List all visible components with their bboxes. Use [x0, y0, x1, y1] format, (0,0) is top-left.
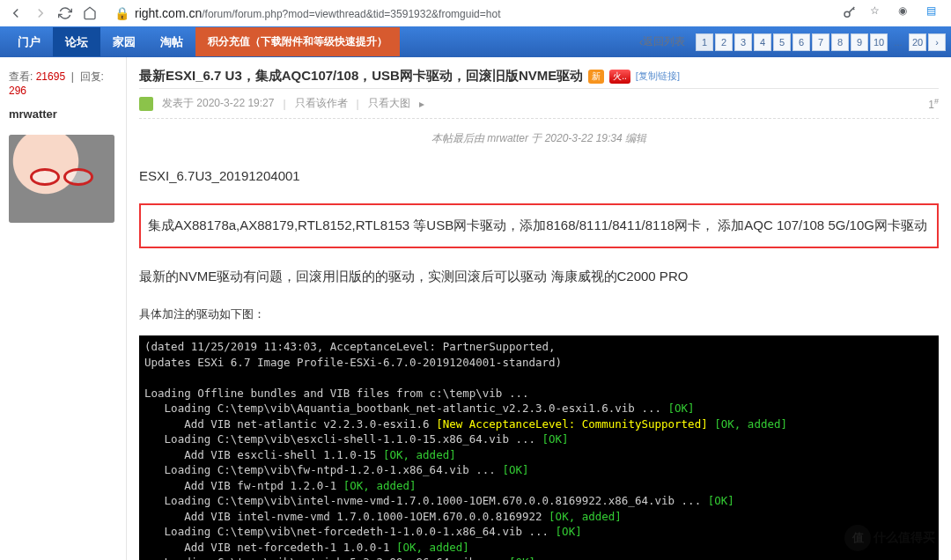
badge-new: 新 — [588, 70, 604, 84]
key-icon[interactable] — [842, 4, 859, 22]
url-text: right.com.cn/forum/forum.php?mod=viewthr… — [135, 6, 500, 20]
post-line-1: ESXI_6.7U3_20191204001 — [139, 164, 939, 188]
post-body: ESXI_6.7U3_20191204001 集成AX88178a,AX8817… — [139, 158, 939, 560]
page-8[interactable]: 8 — [831, 33, 849, 51]
page-9[interactable]: 9 — [851, 33, 868, 51]
highlight-box: 集成AX88178a,AX88179,RTL8152,RTL8153 等USB网… — [139, 203, 939, 248]
dropdown-icon[interactable]: ▸ — [419, 98, 424, 110]
nav-forward-button[interactable] — [32, 4, 49, 22]
watermark-icon: 值 — [844, 525, 871, 551]
bookmark-icon[interactable]: ☆ — [870, 4, 888, 22]
lock-icon: 🔒 — [114, 6, 129, 20]
copy-link[interactable]: [复制链接] — [636, 70, 680, 83]
pagination: 1 2 3 4 5 6 7 8 9 10 ... 20 › — [694, 33, 951, 51]
page-next[interactable]: › — [928, 33, 946, 51]
posted-time: 发表于 2020-3-22 19:27 — [162, 96, 274, 111]
thread-stats: 查看: 21695 | 回复: 296 — [9, 64, 117, 102]
page-4[interactable]: 4 — [754, 33, 771, 51]
page-1[interactable]: 1 — [696, 33, 713, 51]
app-icon[interactable]: ▤ — [926, 4, 944, 22]
nav-tao[interactable]: 淘帖 — [148, 27, 195, 56]
post-main: 最新ESXI_6.7 U3，集成AQC107/108，USB网卡驱动，回滚旧版N… — [127, 57, 951, 560]
nav-back-button[interactable] — [7, 4, 25, 22]
forum-nav: 门户 论坛 家园 淘帖 积分充值（下载附件和等级快速提升） ‹ 返回列表 1 2… — [0, 26, 951, 57]
browser-toolbar: 🔒 right.com.cn/forum/forum.php?mod=viewt… — [0, 0, 951, 26]
floor-number: 1# — [928, 97, 939, 111]
svg-point-0 — [844, 11, 850, 17]
sidebar: 查看: 21695 | 回复: 296 mrwatter — [0, 57, 127, 560]
badge-hot: 火.. — [609, 70, 630, 84]
post-line-2: 最新的NVME驱动有问题，回滚用旧版的的驱动，实测回滚后可以驱动 海康威视的C2… — [139, 264, 939, 290]
page-6[interactable]: 6 — [792, 33, 810, 51]
credit-link[interactable]: 积分充值（下载附件和等级快速提升） — [195, 27, 400, 56]
page-3[interactable]: 3 — [734, 33, 752, 51]
author-name[interactable]: mrwatter — [9, 107, 117, 121]
edited-note: 本帖最后由 mrwatter 于 2020-3-22 19:34 编辑 — [139, 119, 939, 158]
page-7[interactable]: 7 — [812, 33, 829, 51]
nav-home[interactable]: 家园 — [100, 27, 148, 56]
thread-title: 最新ESXI_6.7 U3，集成AQC107/108，USB网卡驱动，回滚旧版N… — [139, 68, 583, 85]
only-big-link[interactable]: 只看大图 — [368, 96, 410, 111]
extension-icon[interactable]: ◉ — [898, 4, 916, 22]
page-10[interactable]: 10 — [870, 33, 888, 51]
page-last[interactable]: 20 — [909, 33, 926, 51]
nav-forum[interactable]: 论坛 — [53, 27, 100, 56]
nav-portal[interactable]: 门户 — [5, 27, 53, 56]
terminal-screenshot: (dated 11/25/2019 11:43:03, AcceptanceLe… — [139, 335, 939, 560]
watermark: 值 什么值得买 — [844, 525, 935, 551]
home-button[interactable] — [81, 4, 99, 22]
page-5[interactable]: 5 — [773, 33, 791, 51]
post-line-3: 具体加注的驱动如下图： — [139, 302, 939, 327]
only-author-link[interactable]: 只看该作者 — [295, 96, 348, 111]
page-2[interactable]: 2 — [715, 33, 733, 51]
address-bar[interactable]: 🔒 right.com.cn/forum/forum.php?mod=viewt… — [106, 2, 831, 25]
avatar[interactable] — [9, 135, 114, 223]
reload-button[interactable] — [56, 4, 74, 22]
back-to-list[interactable]: ‹ 返回列表 — [630, 34, 694, 49]
author-badge-icon — [139, 97, 153, 111]
page-dots: ... — [889, 33, 907, 51]
